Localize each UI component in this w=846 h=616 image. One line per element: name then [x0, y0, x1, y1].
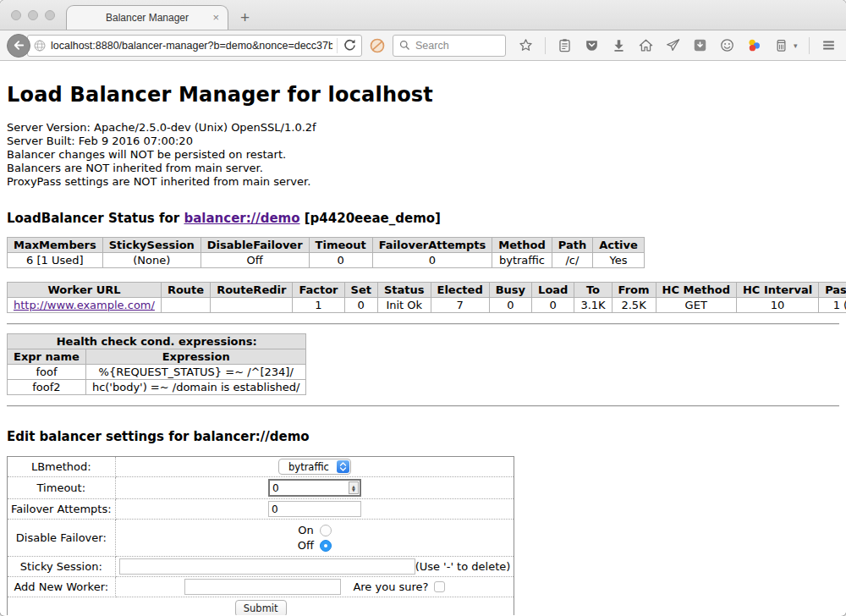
column-header: Worker URL: [8, 283, 162, 298]
home-icon[interactable]: [638, 37, 654, 53]
server-built-line: Server Built: Feb 9 2016 07:00:20: [7, 135, 839, 148]
table-cell: 6 [1 Used]: [8, 253, 103, 268]
column-header: Busy: [489, 283, 531, 298]
table-row: http://www.example.com/ 1 0 Init Ok 7 0 …: [8, 298, 846, 313]
content-blocked-icon[interactable]: [369, 37, 386, 54]
edit-balancer-form: LBmethod: bytraffic Timeout:: [7, 456, 514, 615]
health-table-title: Health check cond. expressions:: [8, 334, 306, 349]
form-row-disable-failover: Disable Failover: On Off: [8, 520, 514, 557]
persist-note-line: Balancer changes will NOT be persisted o…: [7, 148, 839, 162]
radio-off-label: Off: [298, 539, 314, 552]
failover-attempts-input[interactable]: [268, 501, 361, 517]
section-divider: [7, 405, 839, 407]
toolbar-separator: [545, 37, 546, 54]
close-window-button[interactable]: [11, 10, 21, 20]
server-version-line: Server Version: Apache/2.5.0-dev (Unix) …: [7, 121, 839, 135]
column-header: Status: [377, 283, 431, 298]
number-spinner-icon[interactable]: ▲▼: [349, 481, 359, 494]
table-cell: 0: [344, 298, 377, 313]
addon-install-icon[interactable]: [692, 37, 708, 53]
lbmethod-label: LBmethod:: [8, 457, 116, 477]
table-cell: Yes: [593, 253, 645, 268]
sticky-session-field: (Use '-' to delete): [115, 557, 514, 577]
back-arrow-icon: [11, 37, 27, 53]
table-cell: 1 (0): [819, 298, 846, 313]
sticky-session-label: Sticky Session:: [8, 557, 116, 577]
timeout-input[interactable]: [270, 482, 349, 494]
table-cell: 0: [309, 253, 372, 268]
table-cell: 10: [736, 298, 818, 313]
worker-url-link[interactable]: http://www.example.com/: [14, 299, 155, 311]
add-worker-input[interactable]: [184, 579, 341, 595]
new-tab-button[interactable]: +: [240, 9, 250, 25]
column-header: Method: [492, 238, 552, 253]
table-cell: Init Ok: [377, 298, 431, 313]
tab-title: Balancer Manager: [106, 12, 189, 24]
bookmark-star-icon[interactable]: [518, 37, 534, 53]
confirm-label: Are you sure?: [353, 580, 428, 593]
worker-status-table: Worker URL Route RouteRedir Factor Set S…: [7, 282, 846, 313]
column-header: RouteRedir: [211, 283, 293, 298]
tab-bar: Balancer Manager × +: [0, 0, 846, 30]
select-stepper-icon: [337, 460, 349, 473]
lbmethod-select[interactable]: bytraffic: [278, 459, 351, 475]
pocket-icon[interactable]: [584, 37, 600, 53]
form-row-timeout: Timeout: ▲▼: [8, 477, 514, 499]
back-button[interactable]: [7, 34, 30, 58]
submit-cell: Submit: [8, 597, 514, 616]
dropdown-caret-icon[interactable]: ▾: [794, 41, 798, 50]
toolbar-separator: [809, 37, 810, 54]
table-cell: [211, 298, 293, 313]
balancer-demo-link[interactable]: balancer://demo: [184, 211, 299, 226]
submit-button[interactable]: Submit: [235, 600, 287, 615]
globe-icon: [33, 39, 47, 52]
timeout-field: ▲▼: [115, 477, 514, 499]
forum-smiley-icon[interactable]: [719, 37, 735, 53]
table-row: 6 [1 Used] (None) Off 0 0 bytraffic /c/ …: [8, 253, 645, 268]
column-header: DisableFailover: [201, 238, 309, 253]
column-header: Expr name: [8, 349, 86, 365]
tab-balancer-manager[interactable]: Balancer Manager ×: [66, 5, 228, 30]
status-heading-prefix: LoadBalancer Status for: [7, 211, 184, 226]
disable-failover-field: On Off: [115, 520, 514, 557]
url-bar[interactable]: localhost:8880/balancer-manager?b=demo&n…: [27, 35, 362, 57]
search-input[interactable]: [415, 40, 500, 52]
radio-off[interactable]: [320, 540, 332, 552]
column-header: FailoverAttempts: [372, 238, 492, 253]
menu-icon[interactable]: [821, 37, 837, 53]
timeout-label: Timeout:: [8, 477, 116, 499]
radio-on[interactable]: [320, 525, 332, 536]
edit-settings-heading: Edit balancer settings for balancer://de…: [7, 429, 839, 444]
column-header: HC Interval: [736, 283, 818, 298]
colored-dots-icon[interactable]: [746, 37, 762, 53]
reload-icon[interactable]: [342, 37, 358, 53]
downloads-icon[interactable]: [611, 37, 627, 53]
radio-on-label: On: [298, 524, 313, 536]
reading-list-icon[interactable]: [557, 37, 573, 53]
minimize-window-button[interactable]: [28, 10, 38, 20]
form-row-sticky-session: Sticky Session: (Use '-' to delete): [8, 557, 514, 577]
zoom-window-button[interactable]: [45, 10, 55, 20]
add-worker-field: Are you sure?: [115, 577, 514, 597]
table-cell: [161, 298, 210, 313]
menu-group: [809, 37, 846, 54]
disable-failover-label: Disable Failover:: [8, 520, 116, 557]
column-header: Factor: [293, 283, 344, 298]
section-divider: [7, 323, 839, 325]
container-icon[interactable]: [773, 37, 789, 53]
confirm-checkbox[interactable]: [434, 581, 445, 592]
table-cell: 1: [293, 298, 344, 313]
table-cell: %{REQUEST_STATUS} =~ /^[234]/: [85, 365, 306, 380]
column-header: Active: [593, 238, 645, 253]
tab-close-icon[interactable]: ×: [212, 11, 219, 24]
sticky-session-input[interactable]: [119, 558, 415, 575]
send-icon[interactable]: [665, 37, 681, 53]
table-cell: Off: [201, 253, 309, 268]
table-cell: /c/: [552, 253, 592, 268]
server-info: Server Version: Apache/2.5.0-dev (Unix) …: [7, 121, 839, 189]
url-text[interactable]: localhost:8880/balancer-manager?b=demo&n…: [51, 40, 332, 52]
column-header: Load: [532, 283, 574, 298]
navigation-toolbar: localhost:8880/balancer-manager?b=demo&n…: [0, 30, 846, 61]
search-bar[interactable]: [393, 35, 506, 57]
inherit-note-line: Balancers are NOT inherited from main se…: [7, 162, 839, 175]
